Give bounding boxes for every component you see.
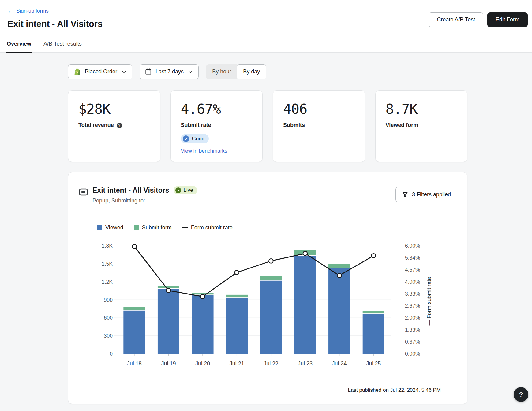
main-content: S Placed Order Last 7 days By hou — [68, 53, 467, 404]
left-axis-tick-label: 0 — [110, 351, 113, 357]
legend-label: Form submit rate — [191, 224, 233, 231]
metric-value: 4.67% — [181, 99, 253, 119]
legend-item-submit-form: Submit form — [134, 224, 172, 231]
x-axis-label: Jul 21 — [230, 361, 244, 367]
metric-label: Viewed form — [386, 122, 457, 128]
legend-label: Viewed — [105, 224, 123, 231]
check-circle-icon — [183, 135, 189, 142]
filters-applied-button[interactable]: 3 Filters applied — [395, 187, 457, 202]
date-range-dropdown[interactable]: Last 7 days — [140, 64, 199, 79]
top-header: ← Sign-up forms Exit intent - All Visito… — [0, 0, 532, 53]
viewed-bar[interactable] — [260, 281, 282, 354]
viewed-bar[interactable] — [192, 295, 214, 354]
form-submit-rate-point[interactable] — [269, 259, 273, 263]
form-submit-rate-point[interactable] — [200, 294, 205, 299]
metric-label-text: Total revenue — [78, 122, 114, 128]
x-axis-label: Jul 20 — [195, 361, 210, 367]
x-axis-label: Jul 24 — [332, 361, 347, 367]
metric-value: 8.7K — [386, 99, 457, 119]
x-axis-label: Jul 25 — [366, 361, 381, 367]
back-link-label: Sign-up forms — [16, 8, 49, 14]
viewed-bar[interactable] — [363, 314, 384, 354]
play-circle-icon — [175, 187, 181, 193]
form-submit-rate-point[interactable] — [337, 273, 342, 278]
toggle-by-hour[interactable]: By hour — [206, 64, 237, 79]
live-badge: Live — [174, 186, 197, 194]
right-axis-tick-label: 2.67% — [405, 303, 420, 309]
submit-form-bar[interactable] — [158, 286, 179, 288]
form-title-row: Exit intent - All Visitors Live — [92, 186, 197, 194]
right-axis-tick-label: 4.67% — [405, 267, 420, 273]
conversion-metric-label: Placed Order — [85, 68, 117, 75]
filters-applied-label: 3 Filters applied — [412, 191, 451, 198]
back-link[interactable]: ← Sign-up forms — [7, 8, 49, 14]
metric-label: Submit rate — [181, 122, 253, 128]
granularity-toggle: By hour By day — [206, 64, 266, 79]
right-axis-tick-label: 0.00% — [405, 351, 420, 357]
left-axis-tick-label: 1.2K — [102, 279, 113, 285]
form-subtitle: Popup, Submitting to: — [92, 198, 145, 204]
form-submit-rate-point[interactable] — [303, 251, 307, 256]
metric-label: Total revenue ? — [78, 122, 150, 128]
filter-row: S Placed Order Last 7 days By hou — [68, 64, 467, 79]
legend-swatch-submit-icon — [134, 225, 139, 230]
stat-card-submits: 406 Submits — [273, 90, 365, 162]
view-benchmarks-link[interactable]: View in benchmarks — [181, 148, 253, 154]
chart-legend: Viewed Submit form Form submit rate — [97, 224, 233, 231]
filter-funnel-icon — [402, 191, 408, 198]
viewed-bar[interactable] — [294, 256, 316, 354]
stat-card-viewed-form: 8.7K Viewed form — [375, 90, 468, 162]
popup-form-icon — [79, 188, 88, 197]
help-button[interactable]: ? — [514, 387, 528, 402]
metric-label-text: Submit rate — [181, 122, 211, 128]
viewed-bar[interactable] — [226, 298, 248, 354]
status-badge-good: Good — [181, 134, 209, 143]
x-axis-label: Jul 22 — [264, 361, 278, 367]
conversion-metric-dropdown[interactable]: S Placed Order — [68, 64, 132, 79]
form-submit-rate-point[interactable] — [235, 270, 239, 275]
form-submit-rate-point[interactable] — [371, 254, 376, 258]
form-title: Exit intent - All Visitors — [92, 186, 169, 194]
metric-label: Submits — [283, 122, 355, 128]
viewed-bar[interactable] — [158, 289, 179, 354]
submit-form-bar[interactable] — [260, 276, 282, 280]
right-axis-tick-label: 5.34% — [405, 255, 420, 261]
legend-item-viewed: Viewed — [97, 224, 123, 231]
combo-chart: 1.8K1.5K1.2K90060030006.00%5.34%4.67%4.0… — [68, 238, 468, 382]
x-axis-label: Jul 19 — [161, 361, 176, 367]
calendar-icon — [145, 68, 152, 75]
tab-overview[interactable]: Overview — [6, 41, 32, 53]
left-axis-tick-label: 600 — [104, 315, 113, 321]
right-axis-title: — Form submit rate — [426, 277, 432, 325]
x-axis-label: Jul 18 — [127, 361, 142, 367]
form-submit-rate-point[interactable] — [132, 244, 137, 249]
help-icon[interactable]: ? — [117, 123, 122, 128]
badge-label: Good — [192, 136, 205, 142]
edit-form-button[interactable]: Edit Form — [487, 12, 528, 27]
metric-label-text: Viewed form — [386, 122, 418, 128]
submit-form-bar[interactable] — [328, 264, 350, 268]
header-actions: Create A/B Test Edit Form — [429, 12, 528, 27]
submit-form-bar[interactable] — [363, 311, 384, 313]
chevron-down-icon — [187, 69, 193, 75]
legend-label: Submit form — [142, 224, 172, 231]
x-axis-label: Jul 23 — [298, 361, 313, 367]
left-axis-tick-label: 1.5K — [102, 261, 113, 267]
submit-form-bar[interactable] — [226, 295, 248, 297]
viewed-bar[interactable] — [328, 268, 350, 354]
page-title: Exit intent - All Visitors — [7, 19, 103, 29]
form-submit-rate-point[interactable] — [166, 288, 170, 293]
left-axis-tick-label: 1.8K — [102, 243, 113, 249]
shopify-icon: S — [73, 68, 81, 76]
tab-ab-test-results[interactable]: A/B Test results — [43, 41, 82, 53]
legend-dash-icon — [182, 227, 188, 228]
back-arrow-icon: ← — [7, 8, 13, 14]
metric-value: 406 — [283, 99, 355, 119]
right-axis-tick-label: 6.00% — [405, 243, 420, 249]
toggle-by-day[interactable]: By day — [237, 64, 266, 79]
create-ab-test-button[interactable]: Create A/B Test — [429, 12, 483, 27]
right-axis-tick-label: 4.00% — [405, 279, 420, 285]
viewed-bar[interactable] — [123, 311, 145, 354]
right-axis-tick-label: 3.33% — [405, 291, 420, 297]
submit-form-bar[interactable] — [123, 307, 145, 310]
